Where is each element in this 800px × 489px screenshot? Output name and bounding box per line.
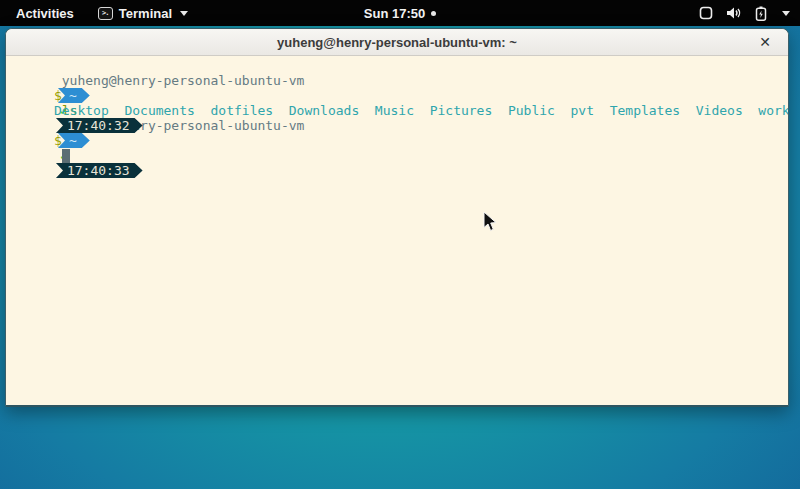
terminal-prompt-line-1: yuheng@henry-personal-ubuntu-vm ~ ✓ 17:4… bbox=[7, 58, 787, 73]
powerline-dir-segment: ~ bbox=[58, 88, 90, 103]
powerline-dir-segment: ~ bbox=[58, 133, 90, 148]
terminal-window: yuheng@henry-personal-ubuntu-vm: ~ ✕ yuh… bbox=[5, 28, 789, 407]
window-titlebar[interactable]: yuheng@henry-personal-ubuntu-vm: ~ ✕ bbox=[6, 29, 788, 56]
volume-icon bbox=[726, 6, 742, 20]
screen-icon bbox=[699, 6, 713, 20]
window-title: yuheng@henry-personal-ubuntu-vm: ~ bbox=[6, 35, 788, 50]
app-menu-terminal[interactable]: >. Terminal bbox=[98, 6, 188, 21]
chevron-down-icon bbox=[782, 11, 790, 16]
prompt-user-host: yuheng@henry-personal-ubuntu-vm bbox=[54, 73, 304, 88]
top-panel: Activities >. Terminal Sun 17:50 bbox=[0, 0, 800, 26]
chevron-down-icon bbox=[180, 11, 188, 16]
battery-charging-icon bbox=[755, 6, 767, 21]
directory-listing: Desktop Documents dotfiles Downloads Mus… bbox=[54, 103, 789, 118]
clock-button[interactable]: Sun 17:50 bbox=[364, 6, 436, 21]
system-status-menu[interactable] bbox=[699, 6, 790, 21]
terminal-icon: >. bbox=[98, 7, 113, 20]
activities-button[interactable]: Activities bbox=[12, 6, 78, 21]
powerline-time-segment: 17:40:32 bbox=[56, 118, 143, 133]
clock-label: Sun 17:50 bbox=[364, 6, 425, 21]
close-button[interactable]: ✕ bbox=[756, 33, 774, 51]
text-cursor-block bbox=[62, 149, 70, 163]
terminal-listing-line: Desktop Documents dotfiles Downloads Mus… bbox=[7, 88, 787, 103]
notification-dot-icon bbox=[431, 11, 436, 16]
powerline-time-segment: 17:40:33 bbox=[56, 163, 143, 178]
terminal-screen[interactable]: yuheng@henry-personal-ubuntu-vm ~ ✓ 17:4… bbox=[6, 56, 788, 407]
app-menu-label: Terminal bbox=[119, 6, 172, 21]
